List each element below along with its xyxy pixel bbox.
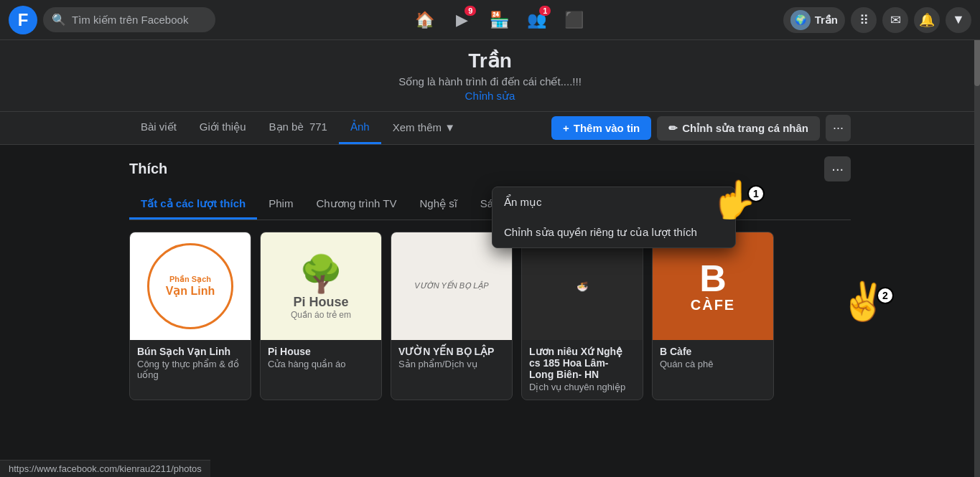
- likes-section-header: Thích ···: [129, 156, 851, 181]
- pencil-icon: ✏: [668, 122, 678, 135]
- page-category: Sản phẩm/Dịch vụ: [398, 359, 505, 369]
- page-card-bcafe[interactable]: B CÀFE B Càfe Quán cà phê: [652, 232, 774, 400]
- logo-f: F: [18, 10, 29, 30]
- dropdown-item-hide[interactable]: Ẩn mục: [493, 187, 735, 217]
- page-card-pi-house[interactable]: 🌳 Pi House Quần áo trẻ em Pi House Cửa h…: [260, 232, 382, 400]
- page-category: Cửa hàng quần áo: [268, 359, 374, 369]
- pi-house-logo: 🌳 Pi House Quần áo trẻ em: [291, 253, 351, 320]
- tab-friends[interactable]: Bạn bè 771: [258, 112, 339, 144]
- filter-tv[interactable]: Chương trình TV: [304, 190, 408, 219]
- page-name: B Càfe: [660, 346, 766, 357]
- nav-right: 🌍 Trần ⠿ ✉ 🔔 ▼: [783, 7, 971, 33]
- gaming-icon: ⬛: [564, 11, 584, 29]
- bell-icon: 🔔: [919, 12, 935, 28]
- profile-name: Trần: [0, 49, 980, 72]
- groups-badge: 1: [539, 6, 551, 16]
- avatar: 🌍: [790, 10, 811, 30]
- tab-about[interactable]: Giới thiệu: [188, 112, 258, 144]
- account-dropdown-btn[interactable]: ▼: [946, 7, 971, 33]
- notifications-btn[interactable]: 🔔: [914, 7, 940, 33]
- search-bar[interactable]: 🔍: [43, 7, 215, 32]
- search-icon: 🔍: [52, 13, 66, 27]
- bcafe-logo: B CÀFE: [691, 260, 735, 313]
- ellipsis-icon: ···: [831, 161, 844, 176]
- profile-header: Trần Sống là hành trình đi đến cái chết.…: [0, 40, 980, 145]
- groups-nav-btn[interactable]: 👥 1: [519, 3, 554, 37]
- home-nav-btn[interactable]: 🏠: [407, 3, 442, 37]
- page-name: VƯỜN YẾN BỌ LẬP: [398, 346, 505, 357]
- nav-center: 🏠 ▶ 9 🏪 👥 1 ⬛: [407, 3, 591, 37]
- edit-profile-btn[interactable]: ✏ Chỉnh sửa trang cá nhân: [657, 116, 820, 141]
- marketplace-nav-btn[interactable]: 🏪: [482, 3, 516, 37]
- dropdown-item-privacy[interactable]: Chỉnh sửa quyền riêng tư của lượt thích: [493, 217, 735, 247]
- profile-name: Trần: [815, 14, 838, 27]
- add-to-story-btn[interactable]: + Thêm vào tin: [551, 116, 651, 140]
- page-card-image: VƯỜN YẾN BỌ LẬP: [391, 232, 512, 340]
- page-name: Lươn niêu Xứ Nghệ cs 185 Hoa Lâm- Long B…: [529, 346, 635, 380]
- scrollbar[interactable]: [974, 0, 980, 477]
- filter-tab-bar: Tất cả các lượt thích Phim Chương trình …: [129, 190, 851, 220]
- page-card-info: Pi House Cửa hàng quần áo: [261, 340, 381, 377]
- page-card-info: Lươn niêu Xứ Nghệ cs 185 Hoa Lâm- Long B…: [522, 340, 643, 400]
- profile-tab-bar: Bài viết Giới thiệu Bạn bè 771 Ảnh Xem t…: [0, 111, 980, 144]
- liked-pages-grid: Phần Sạch Vạn Linh Bún Sạch Vạn Linh Côn…: [129, 232, 851, 400]
- main-content: Thích ··· Tất cả các lượt thích Phim Chư…: [0, 145, 980, 412]
- likes-title: Thích: [129, 161, 167, 177]
- page-category: Công ty thực phẩm & đồ uống: [137, 359, 243, 380]
- apps-menu-btn[interactable]: ⠿: [851, 7, 877, 33]
- more-options-btn[interactable]: ···: [826, 115, 851, 141]
- messenger-btn[interactable]: ✉: [882, 7, 908, 33]
- dropdown-menu: Ẩn mục Chỉnh sửa quyền riêng tư của lượt…: [492, 186, 736, 248]
- page-name: Pi House: [268, 346, 374, 357]
- status-bar: https://www.facebook.com/kienrau2211/pho…: [0, 460, 210, 477]
- gaming-nav-btn[interactable]: ⬛: [556, 3, 591, 37]
- profile-btn[interactable]: 🌍 Trần: [783, 7, 845, 33]
- page-card-vuon-yen[interactable]: VƯỜN YẾN BỌ LẬP VƯỜN YẾN BỌ LẬP Sản phẩm…: [391, 232, 513, 400]
- page-card-info: VƯỜN YẾN BỌ LẬP Sản phẩm/Dịch vụ: [391, 340, 512, 377]
- filter-movies[interactable]: Phim: [257, 190, 304, 219]
- friends-count: 771: [309, 121, 327, 133]
- tab-more[interactable]: Xem thêm ▼: [381, 113, 467, 144]
- page-card-image: 🍜: [522, 232, 643, 340]
- page-category: Quán cà phê: [660, 359, 766, 369]
- apps-icon: ⠿: [859, 12, 869, 28]
- page-card-info: B Càfe Quán cà phê: [653, 340, 773, 377]
- section-more-btn[interactable]: ···: [824, 156, 851, 181]
- top-navigation: F 🔍 🏠 ▶ 9 🏪 👥 1 ⬛ 🌍 Trần ⠿: [0, 0, 980, 40]
- plus-icon: +: [563, 122, 569, 134]
- filter-artists[interactable]: Nghệ sĩ: [409, 190, 469, 219]
- page-card-bun-sach[interactable]: Phần Sạch Vạn Linh Bún Sạch Vạn Linh Côn…: [129, 232, 251, 400]
- page-name: Bún Sạch Vạn Linh: [137, 346, 243, 357]
- profile-actions: + Thêm vào tin ✏ Chỉnh sửa trang cá nhân…: [551, 115, 851, 141]
- page-category: Dịch vụ chuyên nghiệp: [529, 382, 635, 392]
- tab-photos[interactable]: Ảnh: [339, 112, 381, 144]
- home-icon: 🏠: [415, 11, 434, 29]
- status-url: https://www.facebook.com/kienrau2211/pho…: [9, 463, 202, 474]
- facebook-logo[interactable]: F: [9, 6, 37, 34]
- tab-posts[interactable]: Bài viết: [129, 112, 188, 144]
- search-input[interactable]: [72, 14, 207, 26]
- marketplace-icon: 🏪: [490, 11, 509, 29]
- page-card-image: Phần Sạch Vạn Linh: [130, 232, 251, 340]
- chevron-down-icon: ▼: [952, 12, 965, 27]
- video-nav-btn[interactable]: ▶ 9: [444, 3, 479, 37]
- chevron-down-icon: ▼: [444, 121, 455, 133]
- filter-all[interactable]: Tất cả các lượt thích: [129, 190, 257, 219]
- bun-sach-logo: Phần Sạch Vạn Linh: [147, 243, 233, 329]
- page-card-luon[interactable]: 🍜 Lươn niêu Xứ Nghệ cs 185 Hoa Lâm- Long…: [521, 232, 643, 400]
- page-card-image: 🌳 Pi House Quần áo trẻ em: [261, 232, 381, 340]
- ellipsis-icon: ···: [833, 121, 844, 135]
- messenger-icon: ✉: [890, 12, 901, 28]
- profile-edit-link[interactable]: Chỉnh sửa: [465, 90, 515, 103]
- page-card-image: B CÀFE: [653, 232, 773, 340]
- profile-bio: Sống là hành trình đi đến cái chết....!!…: [0, 75, 980, 88]
- page-card-info: Bún Sạch Vạn Linh Công ty thực phẩm & đồ…: [130, 340, 251, 387]
- video-badge: 9: [465, 6, 476, 16]
